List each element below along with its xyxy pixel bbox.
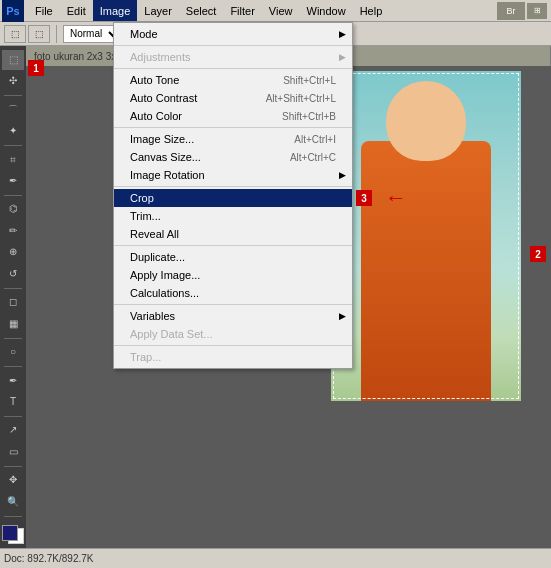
- menu-layer[interactable]: Layer: [137, 0, 179, 21]
- tool-crop[interactable]: ⌗: [2, 150, 24, 170]
- crop-icon: ⌗: [10, 155, 16, 165]
- tool-gradient[interactable]: ▦: [2, 314, 24, 334]
- auto-contrast-shortcut: Alt+Shift+Ctrl+L: [266, 93, 336, 104]
- selection-option-2[interactable]: ⬚: [28, 25, 50, 43]
- menu-section-size: Image Size... Alt+Ctrl+I Canvas Size... …: [114, 128, 352, 187]
- foreground-color[interactable]: [2, 525, 18, 541]
- menu-section-trap: Trap...: [114, 346, 352, 368]
- tool-pen[interactable]: ✒: [2, 371, 24, 391]
- menu-section-variables: Variables ▶ Apply Data Set...: [114, 305, 352, 346]
- menu-item-crop[interactable]: Crop 3 ←: [114, 189, 352, 207]
- selection-option-1[interactable]: ⬚: [4, 25, 26, 43]
- tool-clone[interactable]: ⊕: [2, 243, 24, 263]
- menu-item-variables[interactable]: Variables ▶: [114, 307, 352, 325]
- separator-4: [4, 288, 22, 289]
- menu-item-reveal-all[interactable]: Reveal All: [114, 225, 352, 243]
- tool-colors[interactable]: [2, 525, 24, 545]
- tool-hand[interactable]: ✥: [2, 471, 24, 491]
- tool-lasso[interactable]: ⌒: [2, 100, 24, 120]
- heal-icon: ⌬: [9, 204, 18, 214]
- tool-path-select[interactable]: ↗: [2, 421, 24, 441]
- menu-window[interactable]: Window: [300, 0, 353, 21]
- hand-icon: ✥: [9, 475, 17, 485]
- menu-image[interactable]: Image: [93, 0, 138, 21]
- brush-icon: ✏: [9, 226, 17, 236]
- separator-2: [4, 145, 22, 146]
- auto-contrast-label: Auto Contrast: [130, 92, 197, 104]
- history-brush-icon: ↺: [9, 269, 17, 279]
- menu-item-auto-color[interactable]: Auto Color Shift+Ctrl+B: [114, 107, 352, 125]
- menu-item-mode[interactable]: Mode ▶: [114, 25, 352, 43]
- divider-1: [56, 25, 57, 43]
- menu-item-calculations[interactable]: Calculations...: [114, 284, 352, 302]
- menu-section-auto: Auto Tone Shift+Ctrl+L Auto Contrast Alt…: [114, 69, 352, 128]
- trap-label: Trap...: [130, 351, 161, 363]
- menu-section-duplicate: Duplicate... Apply Image... Calculations…: [114, 246, 352, 305]
- menu-help[interactable]: Help: [353, 0, 390, 21]
- menu-item-adjustments[interactable]: Adjustments ▶: [114, 48, 352, 66]
- menu-item-duplicate[interactable]: Duplicate...: [114, 248, 352, 266]
- selection-icon-2: ⬚: [35, 29, 44, 39]
- zoom-icon: 🔍: [7, 497, 19, 507]
- tool-eyedropper[interactable]: ✒: [2, 171, 24, 191]
- tool-brush[interactable]: ✏: [2, 221, 24, 241]
- menu-view[interactable]: View: [262, 0, 300, 21]
- menu-section-mode: Mode ▶: [114, 23, 352, 46]
- menu-file[interactable]: File: [28, 0, 60, 21]
- tool-magic-wand[interactable]: ✦: [2, 121, 24, 141]
- menu-item-auto-contrast[interactable]: Auto Contrast Alt+Shift+Ctrl+L: [114, 89, 352, 107]
- apply-image-label: Apply Image...: [130, 269, 200, 281]
- image-size-shortcut: Alt+Ctrl+I: [294, 134, 336, 145]
- ps-logo-text: Ps: [6, 5, 19, 17]
- menu-item-auto-tone[interactable]: Auto Tone Shift+Ctrl+L: [114, 71, 352, 89]
- calculations-label: Calculations...: [130, 287, 199, 299]
- menu-edit[interactable]: Edit: [60, 0, 93, 21]
- adjustments-label: Adjustments: [130, 51, 191, 63]
- tool-move[interactable]: ✣: [2, 72, 24, 92]
- tool-dodge[interactable]: ○: [2, 342, 24, 362]
- marquee-icon: ⬚: [9, 55, 18, 65]
- tool-shape[interactable]: ▭: [2, 442, 24, 462]
- separator-5: [4, 338, 22, 339]
- menu-select[interactable]: Select: [179, 0, 224, 21]
- separator-8: [4, 466, 22, 467]
- tool-zoom[interactable]: 🔍: [2, 492, 24, 512]
- separator-9: [4, 516, 22, 517]
- eyedropper-icon: ✒: [9, 176, 17, 186]
- bridge-button[interactable]: Br: [497, 2, 525, 20]
- menu-item-apply-data-set[interactable]: Apply Data Set...: [114, 325, 352, 343]
- separator-1: [4, 95, 22, 96]
- toolbar: 1 ⬚ ✣ ⌒ ✦ ⌗ ✒ ⌬ ✏ ⊕ ↺: [0, 46, 26, 548]
- menu-item-trap[interactable]: Trap...: [114, 348, 352, 366]
- magic-wand-icon: ✦: [9, 126, 17, 136]
- tool-marquee[interactable]: ⬚: [2, 50, 24, 70]
- tool-heal[interactable]: ⌬: [2, 200, 24, 220]
- tool-history-brush[interactable]: ↺: [2, 264, 24, 284]
- tool-type[interactable]: T: [2, 392, 24, 412]
- image-size-label: Image Size...: [130, 133, 194, 145]
- workspace-icon: ⊞: [534, 6, 541, 15]
- menu-item-image-rotation[interactable]: Image Rotation ▶: [114, 166, 352, 184]
- indicator-3: 3: [356, 190, 372, 206]
- tool-eraser[interactable]: ◻: [2, 293, 24, 313]
- workspace-button[interactable]: ⊞: [527, 3, 547, 19]
- mode-arrow: ▶: [339, 29, 346, 39]
- menu-item-trim[interactable]: Trim...: [114, 207, 352, 225]
- menu-item-canvas-size[interactable]: Canvas Size... Alt+Ctrl+C: [114, 148, 352, 166]
- menu-right: Br ⊞: [497, 2, 549, 20]
- canvas-size-label: Canvas Size...: [130, 151, 201, 163]
- rotation-arrow: ▶: [339, 170, 346, 180]
- path-select-icon: ↗: [9, 425, 17, 435]
- lasso-icon: ⌒: [8, 105, 18, 115]
- menu-item-apply-image[interactable]: Apply Image...: [114, 266, 352, 284]
- trim-label: Trim...: [130, 210, 161, 222]
- auto-color-shortcut: Shift+Ctrl+B: [282, 111, 336, 122]
- mode-label: Mode: [130, 28, 158, 40]
- menu-items: File Edit Image Layer Select Filter View…: [28, 0, 389, 21]
- menu-filter[interactable]: Filter: [223, 0, 261, 21]
- red-arrow-crop: ←: [385, 185, 407, 211]
- move-icon: ✣: [9, 76, 17, 86]
- separator-3: [4, 195, 22, 196]
- menu-item-image-size[interactable]: Image Size... Alt+Ctrl+I: [114, 130, 352, 148]
- menu-section-crop: Crop 3 ← Trim... Reveal All: [114, 187, 352, 246]
